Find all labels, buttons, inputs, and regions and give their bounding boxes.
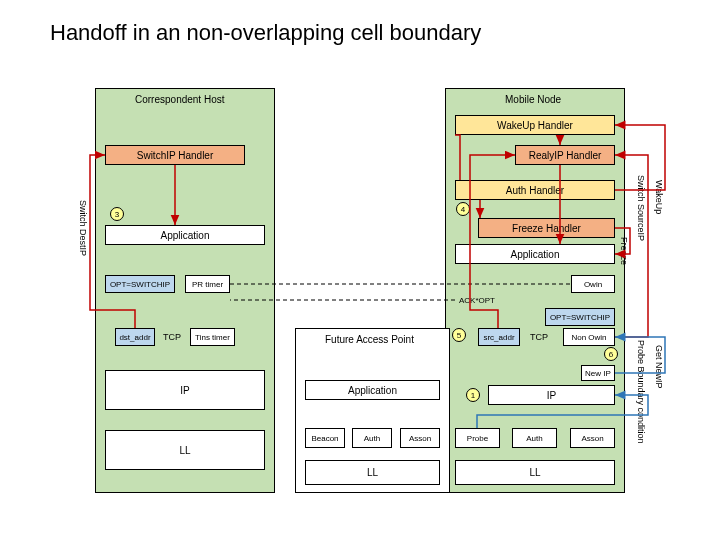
opt-switchip-left: OPT=SWITCHIP [105,275,175,293]
switch-sourceip-label: Switch SourceIP [636,175,646,241]
switchip-handler: SwitchIP Handler [105,145,245,165]
step-5-circle: 5 [452,328,466,342]
mobile-node-label: Mobile Node [505,94,561,105]
beacon-fap: Beacon [305,428,345,448]
non-owin: Non Owin [563,328,615,346]
correspondent-host-label: Correspondent Host [135,94,225,105]
switch-destip-label: Switch DestIP [78,200,88,256]
auth-fap: Auth [352,428,392,448]
ip-right: IP [488,385,615,405]
step-1-circle: 1 [466,388,480,402]
ack-opt-label: ACK*OPT [459,296,495,305]
page-title: Handoff in an non-overlapping cell bound… [50,20,481,46]
asson-fap: Asson [400,428,440,448]
wakeup-handler: WakeUp Handler [455,115,615,135]
owin: Owin [571,275,615,293]
ip-left: IP [105,370,265,410]
probe-boundary-label: Probe Boundary condition [636,340,646,444]
tcp-right-label: TCP [530,332,548,342]
step-4-circle: 4 [456,202,470,216]
pr-timer: PR timer [185,275,230,293]
future-access-point-label: Future Access Point [325,334,414,345]
dst-addr: dst_addr [115,328,155,346]
step-6-circle: 6 [604,347,618,361]
get-newip-label: Get NewIP [654,345,664,389]
opt-switchip-right: OPT=SWITCHIP [545,308,615,326]
ll-center: LL [305,460,440,485]
auth-mn: Auth [512,428,557,448]
wakeup-label: WakeUp [654,180,664,214]
freeze-label: Freeze [619,237,629,265]
ll-right: LL [455,460,615,485]
ll-left: LL [105,430,265,470]
step-3-circle: 3 [110,207,124,221]
new-ip: New IP [581,365,615,381]
asson-mn: Asson [570,428,615,448]
probe-mn: Probe [455,428,500,448]
freeze-handler: Freeze Handler [478,218,615,238]
auth-handler: Auth Handler [455,180,615,200]
application-mn: Application [455,244,615,264]
application-ch: Application [105,225,265,245]
src-addr: src_addr [478,328,520,346]
tins-timer: Tins timer [190,328,235,346]
application-fap: Application [305,380,440,400]
tcp-left-label: TCP [163,332,181,342]
realyip-handler: RealyIP Handler [515,145,615,165]
